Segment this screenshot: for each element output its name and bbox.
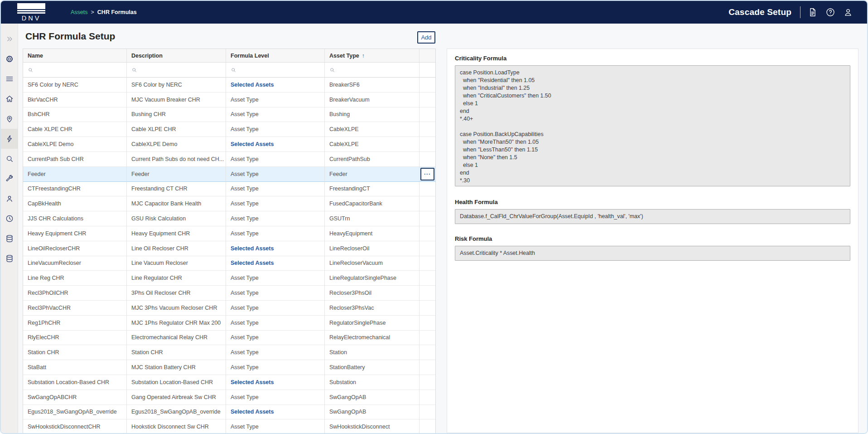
cell-actions <box>420 286 435 301</box>
cell-name: BshCHR <box>23 107 127 122</box>
cell-name: Cable XLPE CHR <box>23 122 127 137</box>
cell-description: CableXLPE Demo <box>127 137 226 152</box>
cell-name: StaBatt <box>23 360 127 375</box>
page-title: CHR Formula Setup <box>25 31 115 42</box>
filter-description-input[interactable] <box>127 63 226 78</box>
sidebar-item-database-1[interactable] <box>1 229 18 249</box>
sidebar-item-search[interactable] <box>1 149 18 169</box>
sidebar-item-history[interactable] <box>1 209 18 229</box>
table-row[interactable]: Heavy Equipment CHRHeavy Equipment CHRAs… <box>23 226 435 241</box>
breadcrumb-assets-link[interactable]: Assets <box>71 9 88 15</box>
cell-formula-level[interactable]: Selected Assets <box>226 256 325 271</box>
cell-description: Gang Operated Airbreak Sw CHR <box>127 390 226 405</box>
cell-formula-level[interactable]: Selected Assets <box>226 137 325 152</box>
table-row[interactable]: CurrentPath Sub CHRCurrent Path Subs do … <box>23 152 435 167</box>
sidebar-item-settings[interactable] <box>1 49 18 69</box>
cell-actions <box>420 256 435 271</box>
table-row[interactable]: SwGangOpABCHRGang Operated Airbreak Sw C… <box>23 390 435 405</box>
add-button[interactable]: Add <box>417 31 435 44</box>
table-row[interactable]: SF6 Color by NERCSF6 Color by NERCSelect… <box>23 78 435 93</box>
table-row[interactable]: Cable XLPE CHRCable XLPE CHRAsset TypeCa… <box>23 122 435 137</box>
cell-description: MJC Station Battery CHR <box>127 360 226 375</box>
column-header-formula-level-label: Formula Level <box>231 53 269 59</box>
sidebar-item-menu[interactable] <box>1 69 18 89</box>
risk-formula-field[interactable]: Asset.Criticality * Asset.Health <box>455 246 850 261</box>
table-row[interactable]: Recl3PhVacCHRMJC 3Phs Vacuum Recloser CH… <box>23 301 435 316</box>
table-row[interactable]: Line Reg CHRLine Regulator CHRAsset Type… <box>23 271 435 286</box>
cell-name: Recl3PhOilCHR <box>23 286 127 301</box>
cell-formula-level: Asset Type <box>226 196 325 211</box>
profile-button[interactable] <box>843 7 854 18</box>
cell-asset-type: CableXLPE <box>325 122 420 137</box>
table-row[interactable]: CableXLPE DemoCableXLPE DemoSelected Ass… <box>23 137 435 152</box>
cell-name: Egus2018_SwGangOpAB_override <box>23 405 127 420</box>
column-header-formula-level[interactable]: Formula Level <box>226 49 325 63</box>
cell-name: SF6 Color by NERC <box>23 78 127 93</box>
cell-formula-level[interactable]: Selected Assets <box>226 405 325 420</box>
sidebar-item-tools[interactable] <box>1 169 18 189</box>
cell-name: Substation Location-Based CHR <box>23 375 127 390</box>
cell-formula-level: Asset Type <box>226 182 325 197</box>
sidebar-item-users[interactable] <box>1 189 18 209</box>
sidebar-item-locations[interactable] <box>1 109 18 129</box>
sidebar-item-home[interactable] <box>1 89 18 109</box>
sidebar-item-formulas[interactable] <box>1 129 18 149</box>
cell-asset-type: CableXLPE <box>325 137 420 152</box>
sort-ascending-icon: ↑ <box>362 53 365 59</box>
column-header-description[interactable]: Description <box>127 49 226 63</box>
table-row[interactable]: Station CHRStation CHRAsset TypeStation <box>23 345 435 360</box>
table-row[interactable]: BkrVacCHRMJC Vacuum Breaker CHRAsset Typ… <box>23 93 435 107</box>
table-row[interactable]: CTFreestandingCHRFreestanding CT CHRAsse… <box>23 182 435 197</box>
filter-formula-level-input[interactable] <box>226 63 325 78</box>
document-button[interactable] <box>807 7 818 18</box>
filter-asset-type-input[interactable] <box>325 63 420 78</box>
table-row[interactable]: StaBattMJC Station Battery CHRAsset Type… <box>23 360 435 375</box>
cell-asset-type: Recloser3PhsOil <box>325 286 420 301</box>
table-row[interactable]: Substation Location-Based CHRSubstation … <box>23 375 435 390</box>
table-row[interactable]: BshCHRBushing CHRAsset TypeBushing <box>23 107 435 122</box>
table-row[interactable]: RlyElecCHRElectromechanical Relay CHRAss… <box>23 331 435 346</box>
formula-table: Name Description Formula Level Asset Typ… <box>23 49 436 433</box>
cell-formula-level[interactable]: Selected Assets <box>226 241 325 256</box>
table-filter-row <box>23 63 435 78</box>
table-row[interactable]: CapBkHealthMJC Capacitor Bank HealthAsse… <box>23 196 435 211</box>
table-row[interactable]: LineOilRecloserCHRLine Oil Recloser CHRS… <box>23 241 435 256</box>
help-button[interactable] <box>825 7 836 18</box>
sidebar-item-expand[interactable] <box>1 29 18 49</box>
cell-actions <box>420 196 435 211</box>
sidebar-item-database-2[interactable] <box>1 249 18 268</box>
table-row[interactable]: JJS CHR CalculationsGSU Risk Calculation… <box>23 211 435 226</box>
gear-icon <box>5 54 14 63</box>
wrench-icon <box>5 174 14 183</box>
database-icon <box>5 254 14 263</box>
cell-formula-level[interactable]: Selected Assets <box>226 78 325 93</box>
filter-name-input[interactable] <box>23 63 127 78</box>
cell-formula-level: Asset Type <box>226 316 325 331</box>
cell-asset-type: SwHookstickDisconnect <box>325 419 420 433</box>
cell-formula-level[interactable]: Selected Assets <box>226 375 325 390</box>
table-row[interactable]: FeederFeederAsset TypeFeeder··· <box>23 167 435 182</box>
breadcrumb-separator: > <box>91 9 94 15</box>
column-header-name[interactable]: Name <box>23 49 127 63</box>
cell-asset-type: LineRegulatorSinglePhase <box>325 271 420 286</box>
cell-name: Station CHR <box>23 345 127 360</box>
cell-name: LineVacuumRecloser <box>23 256 127 271</box>
table-row[interactable]: SwHookstickDisconnectCHRHookstick Discon… <box>23 419 435 433</box>
table-row[interactable]: Reg1PhCHRMJC 1Phs Regulator CHR Max 200A… <box>23 316 435 331</box>
table-row[interactable]: LineVacuumRecloserLine Vacuum RecloserSe… <box>23 256 435 271</box>
cell-actions <box>420 375 435 390</box>
cell-actions <box>420 345 435 360</box>
table-body: SF6 Color by NERCSF6 Color by NERCSelect… <box>23 78 435 433</box>
row-more-actions-button[interactable]: ··· <box>420 168 434 180</box>
cell-description: GSU Risk Calculation <box>127 211 226 226</box>
criticality-formula-field[interactable]: case Position.LoadType when "Residential… <box>455 65 850 186</box>
cell-actions <box>420 390 435 405</box>
table-row[interactable]: Recl3PhOilCHR3Phs Oil Recloser CHRAsset … <box>23 286 435 301</box>
column-header-actions <box>420 49 435 63</box>
column-header-asset-type[interactable]: Asset Type ↑ <box>325 49 420 63</box>
table-row[interactable]: Egus2018_SwGangOpAB_overrideEgus2018_SwG… <box>23 405 435 420</box>
cell-name: SwHookstickDisconnectCHR <box>23 419 127 433</box>
app-window: DNV Assets > CHR Formulas Cascade Setup … <box>0 0 868 434</box>
cell-formula-level: Asset Type <box>226 390 325 405</box>
health-formula-field[interactable]: Database.f_CalFld_ChrValueForGroup(Asset… <box>455 209 850 224</box>
